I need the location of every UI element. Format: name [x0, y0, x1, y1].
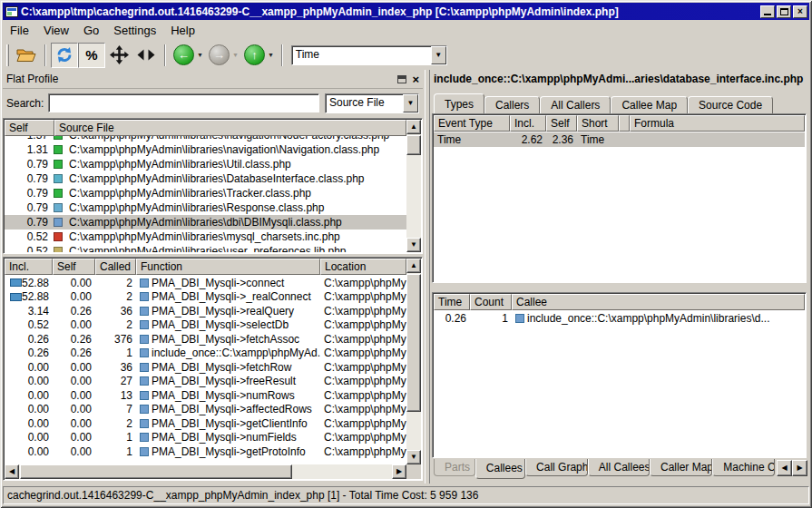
source-file-row[interactable]: 1.31C:\xampp\phpMyAdmin\libraries\naviga… — [5, 142, 406, 157]
dropdown-button[interactable]: ▼ — [403, 94, 418, 112]
event-type-row[interactable]: Time2.622.36Time — [434, 132, 805, 147]
column-header-self[interactable]: Self — [53, 259, 95, 275]
source-file-row[interactable]: 0.79C:\xampp\phpMyAdmin\libraries\Databa… — [5, 171, 406, 186]
column-header-source-file[interactable]: Source File — [54, 120, 406, 136]
source-file-row[interactable]: 0.52C:\xampp\phpMyAdmin\libraries\mysql_… — [5, 230, 406, 244]
minimize-button[interactable] — [760, 5, 775, 18]
tab-callers[interactable]: Callers — [484, 96, 540, 113]
up-dropdown-caret[interactable]: ▼ — [268, 52, 274, 58]
function-row[interactable]: 0.000.001PMA_DBI_Mysqli->getProtoInfoC:\… — [5, 444, 406, 459]
open-file-button[interactable] — [13, 43, 40, 68]
tab-all-callees[interactable]: All Callees — [588, 459, 650, 476]
source-file-row[interactable]: 0.79C:\xampp\phpMyAdmin\libraries\dbi\DB… — [5, 215, 406, 230]
column-header-time[interactable]: Time — [434, 294, 470, 310]
vertical-scrollbar[interactable]: ▲ ▼ — [406, 120, 421, 252]
column-header-self[interactable]: Self — [546, 115, 577, 132]
scroll-up-icon[interactable]: ▲ — [406, 259, 421, 273]
horizontal-scrollbar[interactable]: ◀ ▶ — [5, 464, 406, 479]
event-type-table: Event TypeIncl.SelfShortFormula Time2.62… — [432, 113, 807, 283]
menu-file[interactable]: File — [3, 22, 36, 39]
column-header-callee[interactable]: Callee — [512, 294, 805, 310]
vertical-scrollbar[interactable]: ▲ ▼ — [406, 259, 421, 464]
column-header-event-type[interactable]: Event Type — [434, 115, 510, 132]
maximize-button[interactable] — [777, 5, 791, 18]
scroll-down-icon[interactable]: ▼ — [406, 238, 421, 252]
column-header-blank[interactable] — [619, 115, 630, 132]
shorten-templates-button[interactable] — [132, 43, 160, 68]
menu-settings[interactable]: Settings — [106, 22, 163, 39]
function-row[interactable]: 0.000.0027PMA_DBI_Mysqli->freeResultC:\x… — [5, 375, 406, 389]
group-by-select[interactable]: Source File ▼ — [325, 93, 419, 113]
function-row[interactable]: 0.000.001PMA_DBI_Mysqli->numFieldsC:\xam… — [5, 431, 406, 445]
tab-callees[interactable]: Callees — [475, 459, 525, 479]
source-file-row[interactable]: 0.79C:\xampp\phpMyAdmin\libraries\Respon… — [5, 200, 406, 215]
function-row[interactable]: 0.000.0013PMA_DBI_Mysqli->numRowsC:\xamp… — [5, 388, 406, 403]
close-button[interactable]: × — [793, 5, 807, 18]
column-header-incl[interactable]: Incl. — [5, 259, 53, 275]
function-row[interactable]: 0.520.002PMA_DBI_Mysqli->selectDbC:\xamp… — [5, 318, 406, 333]
search-input[interactable] — [48, 93, 319, 112]
self-value: 0.52 — [5, 230, 52, 243]
tab-caller-map[interactable]: Caller Map — [650, 459, 712, 476]
source-file-row[interactable]: 0.79C:\xampp\phpMyAdmin\libraries\Util.c… — [5, 157, 406, 171]
scrollbar-thumb[interactable] — [406, 274, 421, 412]
dock-close-icon[interactable]: × — [412, 75, 419, 83]
tab-types[interactable]: Types — [434, 93, 484, 113]
function-row[interactable]: 3.140.2636PMA_DBI_Mysqli->realQueryC:\xa… — [5, 304, 406, 318]
tab-scroll-left-icon[interactable]: ◀ — [777, 460, 792, 476]
scroll-up-icon[interactable]: ▲ — [406, 120, 421, 134]
callee-row[interactable]: 0.261include_once::C:\xampp\phpMyAdmin\l… — [434, 311, 805, 326]
source-file-row[interactable]: 0.79C:\xampp\phpMyAdmin\libraries\Tracke… — [5, 186, 406, 200]
column-header-location[interactable]: Location — [320, 259, 406, 275]
column-header-formula[interactable]: Formula — [630, 115, 805, 132]
tab-machine-c[interactable]: Machine C — [712, 459, 775, 476]
toolbar-handle[interactable] — [6, 44, 9, 66]
menu-help[interactable]: Help — [163, 22, 202, 39]
forward-button[interactable]: → — [209, 44, 230, 65]
dock-float-icon[interactable] — [397, 75, 406, 83]
dropdown-button[interactable]: ▼ — [431, 46, 446, 64]
column-header-short[interactable]: Short — [577, 115, 619, 132]
column-header-function[interactable]: Function — [136, 259, 320, 275]
column-header-count[interactable]: Count — [470, 294, 512, 310]
relative-cost-button[interactable]: % — [78, 43, 105, 68]
self-value: 0.52 — [5, 245, 52, 252]
scrollbar-thumb[interactable] — [406, 135, 421, 155]
function-row[interactable]: 0.260.26376PMA_DBI_Mysqli->fetchAssocC:\… — [5, 332, 406, 347]
folder-open-icon — [16, 47, 36, 63]
function-row[interactable]: 52.880.002PMA_DBI_Mysqli->_realConnectC:… — [5, 290, 406, 305]
relative-to-parent-button[interactable] — [105, 43, 132, 68]
titlebar[interactable]: C:\xampp\tmp\cachegrind.out.1416463299-C… — [3, 3, 809, 20]
column-header-incl[interactable]: Incl. — [510, 115, 546, 132]
tab-scroll-right-icon[interactable]: ▶ — [792, 460, 807, 476]
forward-dropdown-caret[interactable]: ▼ — [232, 52, 239, 58]
dock-header[interactable]: Flat Profile × — [3, 70, 423, 89]
tab-callee-map[interactable]: Callee Map — [611, 96, 688, 113]
menu-view[interactable]: View — [36, 22, 76, 39]
up-button[interactable]: ↑ — [244, 44, 265, 65]
back-dropdown-caret[interactable]: ▼ — [197, 52, 203, 58]
function-row[interactable]: 0.000.002PMA_DBI_Mysqli->getClientInfoC:… — [5, 416, 406, 431]
function-row[interactable]: 0.000.007PMA_DBI_Mysqli->affectedRowsC:\… — [5, 403, 406, 417]
function-row[interactable]: 52.880.002PMA_DBI_Mysqli->connectC:\xamp… — [5, 276, 406, 290]
tab-all-callers[interactable]: All Callers — [540, 96, 611, 113]
status-text: cachegrind.out.1416463299-C__xampp_phpMy… — [3, 486, 809, 504]
tab-source-code[interactable]: Source Code — [688, 96, 773, 113]
source-file-row[interactable]: 0.52C:\xampp\phpMyAdmin\libraries\user_p… — [5, 244, 406, 252]
menu-go[interactable]: Go — [76, 22, 106, 39]
tab-call-graph[interactable]: Call Graph — [525, 459, 588, 476]
function-row[interactable]: 0.260.261include_once::C:\xampp\phpMyAd.… — [5, 347, 406, 361]
function-row[interactable]: 0.000.0036PMA_DBI_Mysqli->fetchRowC:\xam… — [5, 360, 406, 375]
event-type-select[interactable]: Time ▼ — [291, 45, 447, 65]
main-area: Flat Profile × Search: Source File ▼ Sel… — [3, 70, 809, 484]
scroll-right-icon[interactable]: ▶ — [392, 464, 406, 479]
scroll-down-icon[interactable]: ▼ — [406, 450, 421, 464]
scroll-left-icon[interactable]: ◀ — [5, 464, 19, 479]
column-header-self[interactable]: Self — [5, 120, 54, 136]
source-file-row[interactable]: 1.37C:\xampp\phpMyAdmin\libraries\naviga… — [5, 136, 406, 142]
column-header-called[interactable]: Called — [95, 259, 136, 275]
scrollbar-thumb[interactable] — [20, 464, 292, 479]
cycle-detection-button[interactable] — [51, 43, 78, 68]
tab-parts[interactable]: Parts — [434, 459, 475, 476]
back-button[interactable]: ← — [173, 44, 194, 65]
